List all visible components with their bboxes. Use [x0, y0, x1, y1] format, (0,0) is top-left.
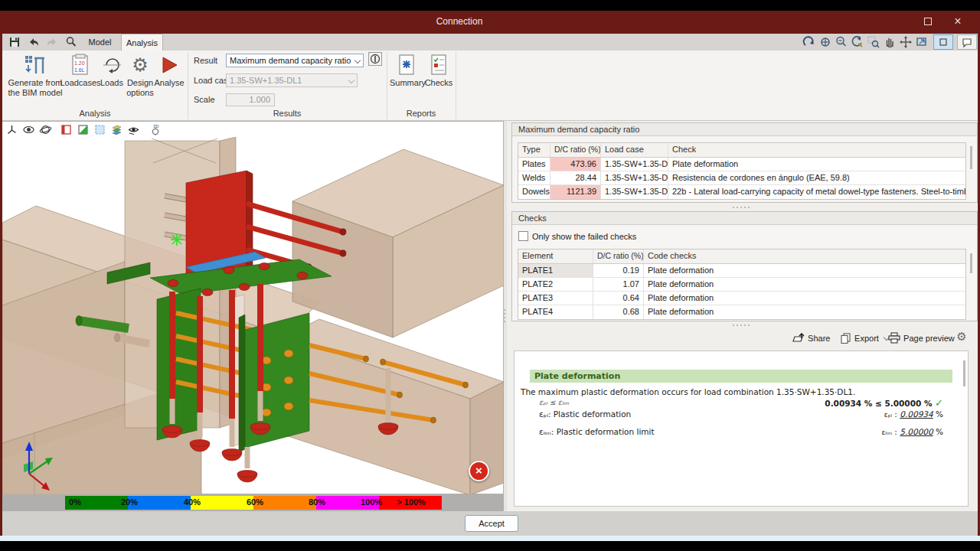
horizontal-splitter[interactable]	[733, 207, 750, 208]
ratio-cell: 473.96	[550, 158, 601, 171]
move-icon[interactable]	[899, 35, 913, 49]
model-canvas[interactable]	[2, 137, 504, 495]
maximize-button[interactable]	[916, 13, 939, 31]
dcr-row[interactable]: Welds 28.44 1.35-SW+1.35-DL1 Resistencia…	[518, 171, 965, 185]
result-combobox-value: Maximum demand capacity ratio	[230, 56, 351, 65]
rotate-view-icon[interactable]	[802, 35, 816, 49]
printer-icon	[887, 332, 901, 344]
tab-model[interactable]: Model	[79, 34, 121, 51]
legend-label: 80%	[309, 497, 325, 507]
summary-report-icon	[397, 54, 416, 77]
checks-row[interactable]: PLATE4 0.68 Plate deformation	[518, 305, 965, 319]
generate-bim-label2: the BIM model	[8, 88, 63, 97]
checks-row[interactable]: PLATE2 1.07 Plate deformation	[518, 278, 965, 292]
col-ratio[interactable]: D/C ratio (%)	[550, 143, 601, 157]
zoom-window-icon[interactable]	[867, 35, 880, 49]
col-code-checks[interactable]: Code checks	[644, 249, 965, 263]
loads-icon	[100, 54, 123, 77]
report-item-value: εₗᵢₘ : 5.00000 %	[821, 427, 943, 436]
legend-label: 20%	[121, 497, 138, 507]
accept-button[interactable]: Accept	[465, 515, 518, 532]
col-ratio[interactable]: D/C ratio (%)	[593, 249, 644, 263]
result-units-toggle-button[interactable]	[368, 52, 382, 66]
col-type[interactable]: Type	[518, 143, 550, 157]
checks-row[interactable]: PLATE1 0.19 Plate deformation	[518, 264, 965, 278]
col-check[interactable]: Check	[668, 143, 965, 157]
col-loadcase[interactable]: Load case	[601, 143, 668, 157]
search-icon[interactable]	[65, 36, 79, 49]
tab-analysis[interactable]: Analysis	[121, 34, 163, 51]
scrollbar[interactable]	[963, 360, 965, 386]
report-section-title: Plate deformation	[530, 370, 952, 383]
summary-report-button[interactable]: Summary	[390, 54, 423, 88]
redo-icon[interactable]	[45, 36, 59, 49]
close-results-button[interactable]: ×	[469, 461, 489, 481]
report-item-label: εₚₗ: Plastic deformation	[539, 409, 631, 419]
loadcases-button[interactable]: 1.20 1.6L Loadcases	[57, 54, 103, 88]
checks-report-icon	[429, 54, 449, 77]
dcr-groupbox: Maximum demand capacity ratio Type D/C r…	[511, 122, 978, 203]
loads-button[interactable]: Loads	[97, 54, 126, 88]
report-settings-gear-icon[interactable]: ⚙	[955, 330, 969, 345]
axonometry-icon[interactable]	[915, 35, 929, 49]
result-combobox[interactable]: Maximum demand capacity ratio	[226, 54, 364, 67]
visibility-eye-icon[interactable]	[127, 123, 140, 136]
comment-mode-button[interactable]	[957, 34, 977, 50]
checks-row[interactable]: PLATE3 0.64 Plate deformation	[518, 292, 965, 305]
result-color-legend: 0% 20% 40% 60% 80% 100% > 100%	[2, 494, 504, 511]
stress-plot-icon[interactable]	[77, 123, 90, 136]
checks-report-button[interactable]: Checks	[423, 54, 454, 88]
share-button[interactable]: Share	[792, 331, 830, 346]
pan-hand-icon[interactable]	[883, 35, 897, 49]
only-failed-label[interactable]: Only show the failed checks	[532, 232, 636, 241]
scale-input[interactable]: 1.000	[226, 93, 275, 106]
maximize-icon	[924, 18, 932, 25]
axis-tripod-icon[interactable]	[5, 123, 18, 136]
loads-label: Loads	[100, 78, 123, 87]
only-failed-checkbox[interactable]	[518, 231, 528, 241]
checks-table-header: Element D/C ratio (%) Code checks	[518, 249, 965, 264]
checks-panel-title: Checks	[512, 212, 977, 225]
load-case-combobox[interactable]: 1.35-SW+1.35-DL1	[226, 73, 358, 87]
load-case-value: 1.35-SW+1.35-DL1	[230, 76, 302, 85]
zoom-scale-icon[interactable]	[835, 35, 848, 49]
group-caption-reports: Reports	[387, 107, 456, 119]
export-icon	[840, 332, 852, 344]
undo-icon[interactable]	[27, 36, 41, 49]
zoom-extents-icon[interactable]	[818, 35, 832, 49]
orbit-icon[interactable]	[39, 123, 52, 136]
scrollbar[interactable]	[970, 253, 972, 273]
loadcases-label: Loadcases	[60, 78, 100, 87]
dcr-row[interactable]: Plates 473.96 1.35-SW+1.35-DL1 Plate def…	[518, 158, 965, 171]
analyse-button[interactable]: Analyse	[152, 54, 186, 88]
report-item-label: εₗᵢₘ: Plastic deformation limit	[539, 427, 655, 436]
horizontal-splitter[interactable]	[733, 324, 750, 326]
bottom-bar: Accept	[2, 511, 978, 536]
close-button[interactable]: ×	[946, 13, 969, 31]
save-icon[interactable]	[8, 36, 22, 49]
group-caption-results: Results	[188, 107, 387, 119]
page-preview-button[interactable]: Page preview	[887, 331, 955, 346]
viewport-3d[interactable]: 3D	[2, 121, 504, 494]
panel-splitter[interactable]	[504, 309, 505, 322]
loadcases-icon: 1.20 1.6L	[70, 54, 91, 77]
dcr-row[interactable]: Dowels 1121.39 1.35-SW+1.35-DL1 22b - La…	[518, 185, 965, 199]
generate-bim-button[interactable]: Generate from the BIM model	[5, 54, 65, 98]
layers-icon[interactable]	[110, 123, 123, 136]
deformed-shape-icon[interactable]	[60, 123, 73, 136]
group-caption-analysis: Analysis	[2, 107, 188, 119]
ratio-cell: 1121.39	[550, 185, 601, 199]
checks-label: Checks	[425, 78, 453, 87]
analyse-label: Analyse	[154, 78, 184, 87]
col-element[interactable]: Element	[518, 249, 593, 263]
mesh-plot-icon[interactable]	[93, 123, 106, 136]
selection-mode-button[interactable]	[933, 34, 953, 50]
result-label: Result	[194, 56, 217, 65]
orbit-eye-icon[interactable]	[22, 123, 35, 136]
3d-settings-icon[interactable]: 3D	[148, 123, 161, 136]
scrollbar[interactable]	[970, 146, 972, 169]
export-button[interactable]: Export	[840, 331, 889, 346]
comment-icon	[961, 36, 973, 48]
redraw-icon[interactable]	[851, 35, 864, 49]
generate-bim-label1: Generate from	[8, 78, 63, 87]
